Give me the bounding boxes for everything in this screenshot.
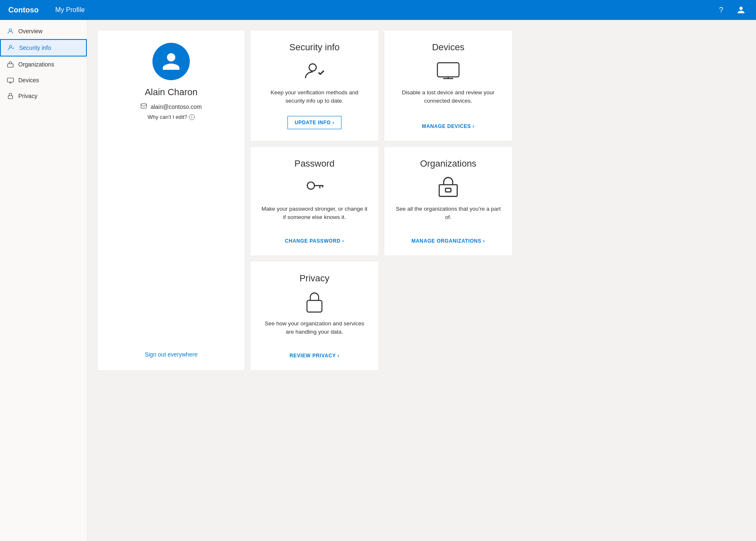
security-info-card: Security info Keep your verification met… [250,30,379,141]
svg-rect-3 [7,78,14,82]
sidebar-item-devices-label: Devices [18,77,39,84]
brand-logo: Contoso [8,6,39,15]
sidebar: Overview Security info Organizations [0,20,87,541]
svg-point-6 [309,64,316,71]
security-info-icon [7,44,15,52]
manage-devices-button[interactable]: MANAGE DEVICES › [422,123,474,129]
password-card-icon [303,176,326,199]
sidebar-item-overview-label: Overview [18,28,42,34]
security-info-card-icon [303,59,326,83]
organizations-card-desc: See all the organizations that you're a … [394,205,502,231]
privacy-card-icon [303,290,326,314]
manage-organizations-button[interactable]: MANAGE ORGANIZATIONS › [412,238,485,244]
review-privacy-button[interactable]: REVIEW PRIVACY › [290,353,339,359]
devices-card-title: Devices [432,42,464,53]
user-avatar-icon[interactable] [734,3,748,17]
svg-rect-10 [446,188,451,192]
svg-rect-2 [7,64,13,67]
svg-point-0 [9,29,12,31]
organizations-card: Organizations See all the organizations … [384,146,513,256]
devices-card-icon [437,59,460,83]
security-info-card-title: Security info [289,42,339,53]
why-cant-edit[interactable]: Why can't I edit? i [147,114,195,120]
svg-point-8 [307,182,314,189]
overview-icon [7,27,14,35]
sidebar-item-organizations[interactable]: Organizations [0,57,87,72]
password-card-desc: Make your password stronger, or change i… [260,205,368,231]
privacy-card-desc: See how your organization and services a… [260,320,368,346]
devices-card-desc: Disable a lost device and review your co… [394,89,502,117]
sidebar-item-overview[interactable]: Overview [0,23,87,39]
profile-email: alain@contoso.com [150,103,201,110]
profile-name: Alain Charon [145,87,197,98]
help-icon[interactable]: ? [714,3,728,17]
svg-rect-5 [141,104,147,108]
devices-card: Devices Disable a lost device and review… [384,30,513,141]
password-card: Password Make your password stronger, or… [250,146,379,256]
change-password-button[interactable]: CHANGE PASSWORD › [285,238,344,244]
organizations-icon [7,61,14,68]
update-info-button[interactable]: UPDATE INFO › [287,116,341,129]
info-circle-icon: i [189,114,195,120]
profile-card: Alain Charon alain@contoso.com Why can't… [97,30,245,371]
privacy-icon [7,92,14,100]
privacy-card-title: Privacy [299,273,329,284]
organizations-card-title: Organizations [420,158,476,169]
privacy-card: Privacy See how your organization and se… [250,261,379,371]
why-edit-text: Why can't I edit? [147,114,187,120]
app-header: Contoso My Profile ? [0,0,756,20]
svg-rect-4 [8,96,13,99]
svg-rect-9 [439,184,457,196]
main-content: Alain Charon alain@contoso.com Why can't… [87,20,756,541]
devices-icon [7,76,14,84]
profile-email-row: alain@contoso.com [140,103,201,111]
cards-grid: Alain Charon alain@contoso.com Why can't… [97,30,513,371]
email-icon [140,103,147,111]
organizations-card-icon [437,176,460,199]
sidebar-item-devices[interactable]: Devices [0,72,87,88]
sign-out-link[interactable]: Sign out everywhere [145,351,198,358]
sidebar-item-organizations-label: Organizations [18,61,54,68]
sidebar-item-security-label: Security info [19,44,51,51]
sidebar-item-privacy[interactable]: Privacy [0,88,87,104]
header-actions: ? [714,3,748,17]
svg-point-1 [10,45,12,48]
svg-rect-11 [307,300,322,312]
security-info-card-desc: Keep your verification methods and secur… [260,89,368,109]
svg-rect-7 [437,63,459,77]
sidebar-item-privacy-label: Privacy [18,93,37,99]
main-layout: Overview Security info Organizations [0,20,756,541]
page-title: My Profile [55,6,85,14]
avatar [152,43,190,80]
password-card-title: Password [295,158,335,169]
sidebar-item-security-info[interactable]: Security info [0,39,87,57]
